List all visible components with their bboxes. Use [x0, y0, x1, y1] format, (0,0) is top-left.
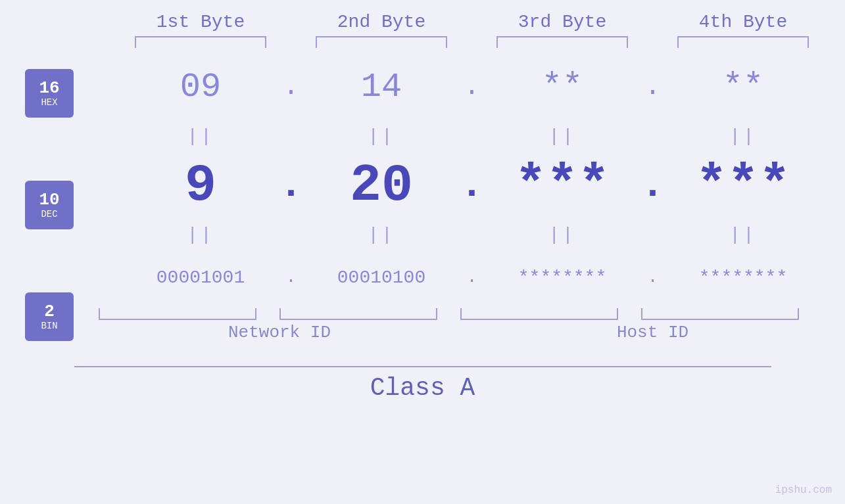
- dec-badge-num: 10: [39, 191, 59, 210]
- dec-dot-1: .: [279, 163, 302, 208]
- bin-val-3: ********: [518, 267, 606, 288]
- dec-val-4: ***: [696, 156, 790, 216]
- bin-val-1: 00001001: [157, 267, 245, 288]
- hex-val-2: 14: [361, 68, 402, 106]
- sep-row-1: || || || ||: [99, 123, 845, 149]
- bin-dot-3: .: [641, 267, 664, 287]
- dec-cell-3: ***: [483, 156, 641, 216]
- hex-cell-2: 14: [302, 68, 460, 106]
- bracket-line-1: [135, 36, 266, 48]
- dec-badge-label: DEC: [41, 210, 57, 219]
- sep-cell-2: ||: [302, 126, 460, 147]
- bracket-line-3: [496, 36, 628, 48]
- bin-val-4: ********: [699, 267, 787, 288]
- sep-sym-1: ||: [187, 126, 214, 147]
- hex-cell-3: **: [483, 68, 641, 106]
- sep-cell-5: ||: [122, 225, 279, 245]
- dec-cell-4: ***: [664, 156, 822, 216]
- sep-row-2: || || || ||: [99, 221, 845, 248]
- hex-val-1: 09: [180, 68, 221, 106]
- hex-row: 09 . 14 . ** . **: [99, 51, 845, 123]
- dec-val-2: 20: [350, 156, 413, 216]
- network-id-label: Network ID: [99, 323, 460, 342]
- hex-badge-label: HEX: [41, 98, 57, 108]
- sep-cell-8: ||: [664, 225, 822, 245]
- network-bracket-left: [99, 308, 256, 320]
- sep-sym-5: ||: [187, 225, 214, 245]
- hex-badge-num: 16: [39, 79, 59, 98]
- bracket-line-4: [677, 36, 809, 48]
- dec-cell-2: 20: [302, 156, 460, 216]
- sep-cell-6: ||: [302, 225, 460, 245]
- bin-badge: 2 BIN: [25, 292, 74, 341]
- bin-cell-4: ********: [664, 267, 822, 288]
- dec-cell-1: 9: [122, 156, 279, 216]
- bottom-brackets-area: [99, 308, 845, 320]
- byte-label-2: 2nd Byte: [291, 12, 472, 32]
- hex-val-4: **: [723, 68, 763, 106]
- sep-sym-8: ||: [729, 225, 757, 245]
- hex-val-3: **: [542, 68, 583, 106]
- bin-badge-num: 2: [44, 302, 55, 321]
- bin-cell-3: ********: [483, 267, 641, 288]
- byte-label-1: 1st Byte: [110, 12, 291, 32]
- sep-cell-7: ||: [483, 225, 641, 245]
- host-bracket-right: [641, 308, 799, 320]
- bin-row: 00001001 . 00010100 . ******** .: [99, 248, 845, 307]
- byte-label-3: 3rd Byte: [472, 12, 653, 32]
- badges-column: 16 HEX 10 DEC 2 BIN: [0, 51, 99, 359]
- dec-row: 9 . 20 . *** . ***: [99, 149, 845, 221]
- bin-val-2: 00010100: [337, 267, 425, 288]
- sep-cell-3: ||: [483, 126, 641, 147]
- hex-cell-4: **: [664, 68, 822, 106]
- bin-badge-label: BIN: [41, 321, 57, 331]
- sep-cell-4: ||: [664, 126, 822, 147]
- hex-badge: 16 HEX: [25, 69, 74, 118]
- hex-dot-3: .: [641, 72, 664, 102]
- main-container: 1st Byte 2nd Byte 3rd Byte 4th Byte 16 H…: [0, 0, 845, 504]
- bracket-4: [653, 36, 834, 48]
- bin-dot-2: .: [460, 267, 483, 287]
- hex-cell-1: 09: [122, 68, 279, 106]
- sep-sym-6: ||: [368, 225, 395, 245]
- bin-dot-1: .: [279, 267, 302, 287]
- sep-sym-4: ||: [729, 126, 757, 147]
- hex-badge-spacer: 16 HEX: [25, 51, 74, 136]
- sep-sym-7: ||: [548, 225, 576, 245]
- bracket-line-2: [316, 36, 447, 48]
- h-separator: [74, 366, 771, 367]
- dec-badge: 10 DEC: [25, 181, 74, 229]
- watermark: ipshu.com: [775, 484, 832, 496]
- class-label: Class A: [0, 374, 845, 402]
- network-bracket-right: [279, 308, 437, 320]
- bin-badge-spacer: 2 BIN: [25, 274, 74, 359]
- host-bracket-left: [460, 308, 618, 320]
- byte-label-4: 4th Byte: [653, 12, 834, 32]
- hex-dot-2: .: [460, 72, 483, 102]
- hex-dot-1: .: [279, 72, 302, 102]
- byte-labels-row: 1st Byte 2nd Byte 3rd Byte 4th Byte: [0, 0, 845, 32]
- bytes-area: 09 . 14 . ** . **: [99, 51, 845, 342]
- sep-sym-2: ||: [368, 126, 395, 147]
- dec-dot-2: .: [460, 163, 483, 208]
- sep-cell-1: ||: [122, 126, 279, 147]
- top-brackets: [0, 36, 845, 48]
- bin-cell-2: 00010100: [302, 267, 460, 288]
- bracket-1: [110, 36, 291, 48]
- dec-badge-spacer: 10 DEC: [25, 162, 74, 248]
- dec-val-3: ***: [515, 156, 610, 216]
- bracket-3: [472, 36, 653, 48]
- bin-cell-1: 00001001: [122, 267, 279, 288]
- bracket-2: [291, 36, 472, 48]
- bottom-labels-row: Network ID Host ID: [99, 323, 845, 342]
- sep-sym-3: ||: [548, 126, 576, 147]
- dec-dot-3: .: [641, 163, 664, 208]
- host-id-label: Host ID: [460, 323, 845, 342]
- dec-val-1: 9: [185, 156, 216, 216]
